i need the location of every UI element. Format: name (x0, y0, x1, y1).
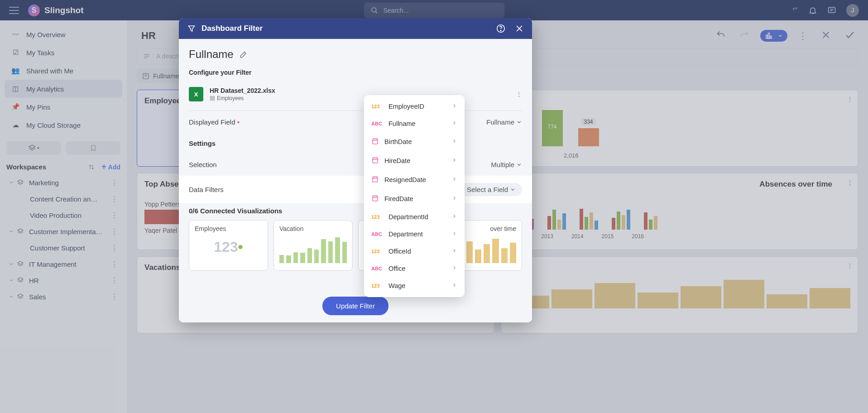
datasource-row[interactable]: X HR Dataset_2022.xlsx Employees ⋮ (189, 83, 522, 111)
datasource-sheet: Employees (217, 95, 244, 101)
date-type-icon (371, 156, 379, 165)
svg-rect-30 (373, 139, 378, 144)
close-icon[interactable] (515, 24, 524, 33)
grid-icon (210, 96, 215, 101)
displayed-field-label: Displayed Field (189, 118, 235, 126)
number-type-icon: 123 (371, 249, 383, 254)
svg-rect-38 (373, 177, 378, 182)
field-option[interactable]: ABCDepartment (364, 226, 465, 243)
field-name: HireDate (384, 157, 446, 164)
svg-rect-34 (373, 158, 378, 163)
dashboard-filter-modal: Dashboard Filter Fullname Configure your… (179, 18, 532, 322)
text-type-icon: ABC (371, 231, 383, 237)
chevron-right-icon (451, 157, 457, 164)
field-name: Office (388, 265, 446, 272)
help-icon[interactable] (496, 24, 506, 34)
datasource-menu[interactable]: ⋮ (516, 91, 522, 98)
data-filters-dropdown[interactable]: Select a Field (460, 183, 522, 196)
chevron-right-icon (451, 138, 457, 145)
field-name: FiredDate (384, 195, 446, 202)
field-option[interactable]: BirthDate (364, 132, 465, 151)
field-selector-popup: 123EmployeeIDABCFullnameBirthDateHireDat… (364, 95, 465, 297)
field-option[interactable]: 123OfficeId (364, 243, 465, 260)
date-type-icon (371, 175, 379, 184)
data-filters-label: Data Filters (189, 186, 224, 193)
chevron-right-icon (451, 195, 457, 202)
svg-point-22 (500, 30, 501, 31)
chevron-right-icon (451, 265, 457, 272)
chevron-right-icon (451, 176, 457, 183)
field-option[interactable]: 123EmployeeID (364, 98, 465, 115)
chevron-right-icon (451, 282, 457, 289)
svg-rect-42 (373, 196, 378, 201)
filter-name: Fullname (189, 48, 234, 61)
field-option[interactable]: ABCFullname (364, 115, 465, 132)
field-name: Wage (388, 282, 446, 289)
field-option[interactable]: FiredDate (364, 189, 465, 208)
number-type-icon: 123 (371, 104, 383, 109)
field-option[interactable]: HireDate (364, 151, 465, 170)
field-name: OfficeId (388, 248, 446, 255)
viz-card-vacation[interactable]: Vacation (273, 220, 353, 271)
selection-dropdown[interactable]: Multiple (491, 161, 522, 168)
chevron-right-icon (451, 120, 457, 127)
chevron-right-icon (451, 231, 457, 238)
chevron-right-icon (451, 248, 457, 255)
text-type-icon: ABC (371, 266, 383, 271)
edit-icon[interactable] (239, 50, 248, 59)
field-option[interactable]: 123Wage (364, 277, 465, 294)
connected-viz-label: 0/6 Connected Visualizations (189, 203, 522, 220)
field-option[interactable]: ABCOffice (364, 260, 465, 277)
displayed-field-dropdown[interactable]: Fullname (486, 118, 522, 126)
field-name: Fullname (388, 120, 446, 127)
number-type-icon: 123 (371, 283, 383, 288)
chevron-right-icon (451, 213, 457, 221)
date-type-icon (371, 137, 379, 146)
viz-card-employees[interactable]: Employees 123• (189, 220, 268, 271)
selection-label: Selection (189, 161, 217, 168)
settings-label: Settings (189, 133, 522, 154)
filter-icon (187, 24, 196, 33)
chevron-right-icon (451, 103, 457, 110)
field-name: Department (388, 231, 446, 238)
field-name: EmployeeID (388, 103, 446, 110)
update-filter-button[interactable]: Update Filter (322, 297, 388, 315)
field-name: DepartmentId (388, 213, 446, 221)
svg-rect-25 (211, 96, 215, 101)
kpi-placeholder: 123• (195, 239, 262, 255)
date-type-icon (371, 194, 379, 203)
datasource-file: HR Dataset_2022.xlsx (210, 87, 275, 94)
field-name: BirthDate (384, 138, 446, 145)
field-name: ResignedDate (384, 176, 446, 183)
field-option[interactable]: ResignedDate (364, 170, 465, 189)
modal-title: Dashboard Filter (201, 24, 263, 33)
field-option[interactable]: 123DepartmentId (364, 208, 465, 226)
excel-icon: X (189, 87, 203, 101)
configure-label: Configure your Filter (189, 69, 522, 76)
text-type-icon: ABC (371, 121, 383, 126)
number-type-icon: 123 (371, 214, 383, 220)
